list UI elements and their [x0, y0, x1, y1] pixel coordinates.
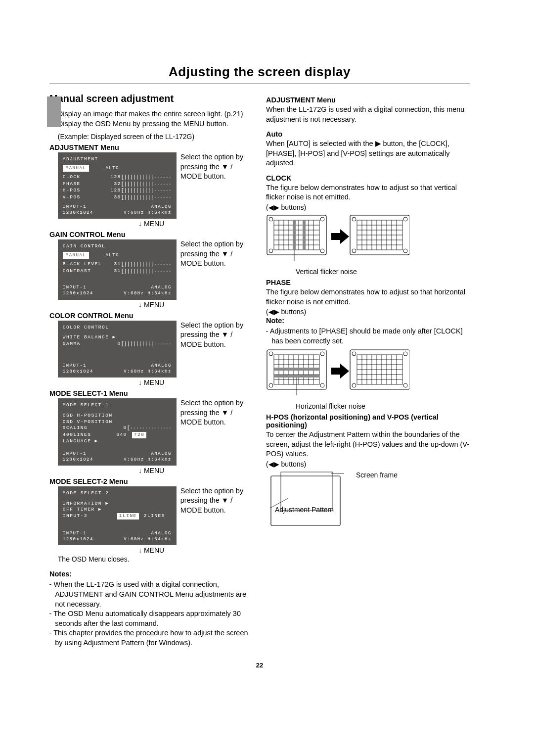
osd-header: GAIN CONTROL: [63, 243, 172, 250]
row-value: 128: [107, 174, 121, 181]
phase-note-list: Adjustments to [PHASE] should be made on…: [266, 327, 470, 346]
right-column: ADJUSTMENT Menu When the LL-172G is used…: [266, 93, 470, 650]
osd-side-text: Select the option by pressing the ▼ / MO…: [180, 486, 253, 546]
auto-text: When [AUTO] is selected with the ▶ butto…: [266, 139, 470, 168]
svg-point-43: [269, 352, 273, 356]
ftr: INPUT-1: [63, 451, 87, 457]
hpos-figure: Adjustment Pattern Screen frame: [266, 471, 470, 530]
phase-figure: Horizontal flicker noise: [266, 349, 470, 410]
offtimer-row: OFF TIMER ▶: [63, 507, 172, 513]
phase-heading: PHASE: [266, 279, 470, 286]
step-2: Display the OSD Menu by pressing the MEN…: [58, 119, 253, 129]
svg-point-3: [269, 249, 273, 253]
svg-point-24: [352, 217, 356, 221]
adjustment-heading: ADJUSTMENT Menu: [266, 96, 470, 104]
svg-point-67: [403, 352, 407, 356]
phase-text: The figure below demonstrates how to adj…: [266, 287, 470, 307]
color-menu-heading: COLOR CONTROL Menu: [49, 312, 253, 320]
row-value: 128: [107, 188, 121, 194]
ftr: ANALOG: [151, 530, 171, 536]
svg-rect-61: [274, 368, 319, 371]
phase-note: Adjustments to [PHASE] should be made on…: [271, 327, 470, 346]
ftr: V:60Hz H:64kHz: [124, 369, 172, 375]
row-value: 32: [107, 181, 121, 188]
menu-label: MENU: [144, 220, 164, 228]
buttons-label: buttons: [281, 203, 304, 211]
row-label: CLOCK: [63, 174, 107, 181]
row-label: BLACK LEVEL: [63, 261, 107, 268]
bar-icon: [||||||||||·········]: [121, 188, 172, 194]
svg-point-26: [352, 249, 356, 253]
svg-marker-22: [331, 229, 349, 244]
row-label: SCALING: [63, 425, 107, 432]
steps-list: Display an image that makes the entire s…: [49, 109, 253, 129]
ftr: 1280x1024: [63, 290, 93, 296]
svg-point-2: [320, 217, 324, 221]
svg-point-46: [320, 383, 324, 387]
arrow-down-icon: [138, 546, 144, 554]
bar-icon: [||||||||||·········]: [121, 268, 172, 275]
svg-rect-62: [274, 375, 319, 378]
svg-point-45: [269, 383, 273, 387]
adjustment-menu-heading: ADJUSTMENT Menu: [49, 143, 253, 151]
information-row: INFORMATION ▶: [63, 501, 172, 507]
bar-icon: [||||||||||·········]: [121, 261, 172, 268]
row-label: OSD V-POSITION: [63, 419, 172, 425]
ftr: V:60Hz H:64kHz: [124, 210, 172, 216]
svg-rect-84: [271, 476, 340, 525]
hpos-text: To center the Adjustment Pattern within …: [266, 430, 470, 459]
hpos-heading: H-POS (horizontal positioning) and V-POS…: [266, 413, 470, 429]
osd-header: MODE SELECT-2: [63, 490, 172, 497]
note-item: When the LL-172G is used with a digital …: [55, 580, 253, 609]
osd-adjustment: ADJUSTMENT MANUAL AUTO CLOCK128 [|||||||…: [58, 152, 177, 219]
mode1-menu-heading: MODE SELECT-1 Menu: [49, 389, 253, 397]
section-tab: [47, 96, 61, 127]
svg-point-69: [403, 383, 407, 387]
manual-button: MANUAL: [63, 252, 89, 259]
row-value: 0: [107, 341, 121, 348]
menu-label: MENU: [144, 301, 164, 309]
screen-frame-label: Screen frame: [356, 471, 398, 479]
title-rule: [49, 84, 470, 84]
manual-button: MANUAL: [63, 165, 89, 172]
row-value: 36: [107, 194, 121, 201]
svg-rect-19: [293, 220, 296, 250]
lr-buttons-icon: buttons: [266, 308, 306, 316]
ftr: INPUT-1: [63, 284, 87, 290]
osd-side-text: Select the option by pressing the ▼ / MO…: [180, 321, 253, 378]
menu-label: MENU: [144, 467, 164, 474]
ftr: V:60Hz H:64kHz: [124, 290, 172, 296]
ftr: INPUT-1: [63, 204, 87, 210]
svg-point-68: [352, 383, 356, 387]
ftr: 1280x1024: [63, 457, 93, 463]
arrow-down-icon: [138, 378, 144, 386]
ftr: INPUT-1: [63, 530, 87, 536]
auto-button: AUTO: [102, 252, 122, 259]
menu-label: MENU: [144, 378, 164, 386]
buttons-label: buttons: [281, 308, 304, 316]
menu-label: MENU: [144, 546, 164, 554]
ftr: INPUT-1: [63, 363, 87, 369]
row-label: OSD H-POSITION: [63, 413, 172, 419]
ftr: 1280x1024: [63, 536, 93, 542]
row-label: 400LINES: [63, 432, 107, 438]
arrow-down-icon: [138, 220, 144, 228]
ftr: 1280x1024: [63, 369, 93, 375]
phase-note-heading: Note:: [266, 317, 470, 325]
notes-heading: Notes:: [49, 570, 253, 578]
ftr: ANALOG: [151, 363, 171, 369]
opt-640: 640: [107, 432, 127, 438]
buttons-label: buttons: [281, 460, 304, 468]
osd-mode1: MODE SELECT-1 OSD H-POSITION OSD V-POSIT…: [58, 398, 177, 466]
example-text: (Example: Displayed screen of the LL-172…: [58, 133, 253, 141]
note-item: The OSD Menu automatically disappears ap…: [55, 609, 253, 628]
arrow-down-icon: [138, 301, 144, 309]
arrow-down-icon: [138, 467, 144, 474]
lr-buttons-icon: buttons: [266, 460, 306, 468]
bar-icon: [||||||||||·········]: [121, 194, 172, 201]
clock-caption: Vertical flicker noise: [296, 268, 470, 276]
row-label: V-POS: [63, 194, 107, 201]
ftr: V:60Hz H:64kHz: [124, 536, 172, 542]
bar-icon: [·················]: [127, 425, 172, 432]
svg-point-1: [269, 217, 273, 221]
